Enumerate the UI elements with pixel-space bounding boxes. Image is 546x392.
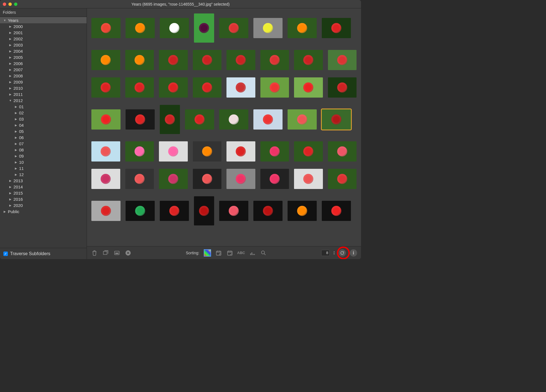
folder-tree-item[interactable]: ▶2002 — [0, 36, 87, 42]
chevron-right-icon[interactable]: ▶ — [14, 136, 18, 139]
thumbnail[interactable] — [193, 169, 222, 189]
thumbnail[interactable] — [159, 50, 188, 70]
thumbnail[interactable] — [160, 105, 180, 134]
thumbnail[interactable] — [328, 141, 357, 162]
thumbnail[interactable] — [91, 77, 120, 98]
chevron-right-icon[interactable]: ▶ — [14, 124, 18, 127]
folder-tree-item[interactable]: ▶01 — [0, 103, 87, 110]
stack-icon[interactable] — [102, 249, 109, 257]
thumbnail[interactable] — [125, 141, 154, 162]
thumbnail[interactable] — [125, 50, 154, 70]
chevron-right-icon[interactable]: ▶ — [8, 192, 12, 195]
folder-tree-item[interactable]: ▶02 — [0, 110, 87, 116]
chevron-right-icon[interactable]: ▶ — [14, 167, 18, 170]
thumbnail[interactable] — [226, 50, 255, 70]
thumbnail[interactable] — [219, 18, 248, 38]
thumbnail[interactable] — [219, 201, 248, 221]
thumbnail[interactable] — [91, 141, 120, 162]
clear-icon[interactable] — [124, 249, 132, 257]
thumbnail[interactable] — [194, 13, 214, 43]
thumbnail[interactable] — [125, 169, 154, 189]
folder-tree-item[interactable]: ▶2006 — [0, 60, 87, 66]
minimize-window-button[interactable] — [8, 3, 12, 6]
info-button[interactable]: i — [350, 249, 357, 257]
thumbnail[interactable] — [328, 50, 357, 70]
chevron-right-icon[interactable]: ▶ — [8, 68, 12, 71]
thumbnail[interactable] — [160, 18, 189, 38]
thumbnail[interactable] — [91, 109, 121, 130]
folder-tree-item[interactable]: ▶09 — [0, 153, 87, 159]
slideshow-icon[interactable] — [113, 249, 121, 257]
chevron-right-icon[interactable]: ▶ — [14, 130, 18, 133]
thumbnail[interactable] — [159, 77, 188, 98]
folder-tree-item[interactable]: ▶2003 — [0, 42, 87, 48]
thumbnail[interactable] — [193, 77, 222, 98]
thumbnail[interactable] — [253, 18, 283, 38]
folder-tree-item[interactable]: ▶2004 — [0, 48, 87, 54]
thumbnail[interactable] — [219, 109, 248, 130]
thumbnail[interactable] — [294, 50, 323, 70]
chevron-right-icon[interactable]: ▶ — [8, 25, 12, 28]
folder-tree[interactable]: ▼Years▶2000▶2001▶2002▶2003▶2004▶2005▶200… — [0, 17, 87, 248]
thumbnail[interactable] — [160, 201, 189, 221]
folder-tree-item[interactable]: ▶03 — [0, 116, 87, 122]
thumbnail[interactable] — [260, 50, 289, 70]
thumbnail[interactable] — [260, 77, 289, 98]
thumbnail[interactable] — [260, 169, 289, 189]
sort-by-size-icon[interactable] — [249, 249, 256, 257]
sort-by-capture-date-icon[interactable] — [215, 249, 222, 257]
chevron-right-icon[interactable]: ▶ — [8, 37, 12, 40]
refresh-button[interactable] — [339, 249, 346, 257]
columns-input[interactable] — [321, 250, 330, 256]
thumbnail[interactable] — [260, 141, 289, 162]
sort-by-modified-date-icon[interactable] — [226, 249, 233, 257]
thumbnail[interactable] — [328, 77, 357, 98]
zoom-window-button[interactable] — [14, 3, 17, 6]
thumbnail[interactable] — [91, 18, 121, 38]
chevron-right-icon[interactable]: ▶ — [8, 87, 12, 90]
thumbnail[interactable] — [126, 201, 155, 221]
chevron-right-icon[interactable]: ▶ — [8, 50, 12, 53]
chevron-right-icon[interactable]: ▶ — [8, 198, 12, 201]
chevron-down-icon[interactable]: ▼ — [3, 19, 7, 22]
thumbnail[interactable] — [91, 50, 120, 70]
thumbnail[interactable] — [193, 50, 222, 70]
chevron-right-icon[interactable]: ▶ — [8, 56, 12, 59]
chevron-right-icon[interactable]: ▶ — [8, 204, 12, 207]
thumbnail[interactable] — [159, 169, 188, 189]
thumbnail[interactable] — [294, 77, 323, 98]
folder-tree-item[interactable]: ▶2007 — [0, 66, 87, 73]
thumbnail[interactable] — [328, 169, 357, 189]
thumbnail[interactable] — [91, 169, 120, 189]
chevron-right-icon[interactable]: ▶ — [14, 161, 18, 164]
folder-tree-item[interactable]: ▶2013 — [0, 177, 87, 184]
chevron-right-icon[interactable]: ▶ — [14, 142, 18, 145]
thumbnail[interactable] — [226, 141, 255, 162]
folder-tree-item[interactable]: ▶05 — [0, 128, 87, 134]
folder-tree-item[interactable]: ▶2016 — [0, 196, 87, 202]
folder-tree-item[interactable]: ▼2012 — [0, 97, 87, 103]
chevron-right-icon[interactable]: ▶ — [8, 43, 12, 47]
chevron-right-icon[interactable]: ▶ — [14, 155, 18, 158]
folder-tree-item[interactable]: ▶11 — [0, 165, 87, 171]
chevron-down-icon[interactable]: ▼ — [8, 99, 12, 102]
folder-tree-item[interactable]: ▶04 — [0, 122, 87, 128]
chevron-right-icon[interactable]: ▶ — [8, 74, 12, 77]
folder-tree-item[interactable]: ▶2015 — [0, 190, 87, 196]
folder-tree-item[interactable]: ▶08 — [0, 147, 87, 153]
thumbnail[interactable] — [294, 169, 323, 189]
thumbnail-grid[interactable] — [87, 8, 361, 246]
chevron-right-icon[interactable]: ▶ — [8, 185, 12, 188]
thumbnail[interactable] — [322, 18, 351, 38]
thumbnail[interactable] — [294, 141, 323, 162]
folder-tree-item[interactable]: ▶10 — [0, 159, 87, 165]
thumbnail[interactable] — [194, 196, 214, 225]
chevron-right-icon[interactable]: ▶ — [8, 31, 12, 34]
folder-tree-item[interactable]: ▶2000 — [0, 23, 87, 29]
folder-tree-item[interactable]: ▶Public — [0, 208, 87, 215]
folder-tree-item[interactable]: ▶2005 — [0, 54, 87, 60]
folder-tree-item[interactable]: ▶06 — [0, 134, 87, 140]
close-window-button[interactable] — [3, 3, 6, 6]
thumbnail[interactable] — [125, 77, 154, 98]
folder-tree-item[interactable]: ▶2009 — [0, 79, 87, 85]
